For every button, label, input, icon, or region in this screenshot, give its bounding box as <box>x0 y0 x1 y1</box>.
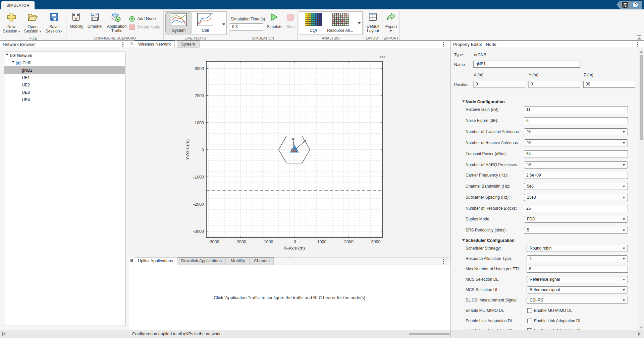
svg-text:0: 0 <box>294 240 296 244</box>
svg-text:•••: ••• <box>379 54 385 60</box>
svg-text:2000: 2000 <box>195 93 204 98</box>
svg-text:0: 0 <box>202 148 204 152</box>
svg-text:1000: 1000 <box>195 121 204 125</box>
svg-text:Y-Axis (m): Y-Axis (m) <box>185 139 190 160</box>
svg-text:X-Axis (m): X-Axis (m) <box>284 246 305 251</box>
svg-text:-1000: -1000 <box>193 175 204 180</box>
svg-text:2000: 2000 <box>344 240 354 244</box>
svg-text:-2000: -2000 <box>235 240 246 244</box>
svg-text:1000: 1000 <box>317 240 327 244</box>
svg-text:3000: 3000 <box>195 66 204 71</box>
svg-text:-3000: -3000 <box>193 229 204 234</box>
svg-text:-2000: -2000 <box>193 202 204 207</box>
svg-text:-3000: -3000 <box>209 240 219 244</box>
svg-text:?: ? <box>634 2 637 7</box>
svg-text:-1000: -1000 <box>263 240 273 244</box>
svg-text:3000: 3000 <box>371 240 381 244</box>
